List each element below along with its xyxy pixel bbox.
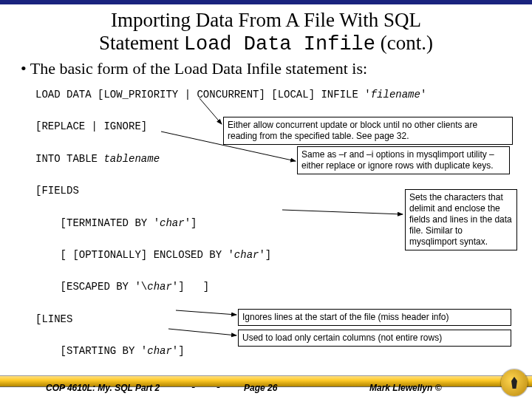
callout-concurrent-text: Either allow concurrent update or block … — [228, 120, 477, 141]
callout-ignore: Ignores lines at the start of the file (… — [238, 309, 511, 326]
syntax-l2: [REPLACE | IGNORE] — [35, 120, 147, 132]
syntax-l7b: '] ] — [172, 281, 209, 293]
callout-fields: Sets the characters that delimit and enc… — [405, 189, 517, 250]
bullet-text: • The basic form of the Load Data Infile… — [21, 59, 517, 78]
syntax-l3i: tablename — [103, 153, 160, 165]
syntax-l6b: '] — [259, 249, 271, 261]
callout-replace-text: Same as –r and –i options in mysqlimport… — [301, 149, 494, 171]
slide-title: Importing Data From A File With SQL Stat… — [30, 9, 502, 56]
syntax-l9b: '] — [172, 345, 185, 357]
top-border — [0, 0, 532, 4]
title-line1: Importing Data From A File With SQL — [111, 9, 421, 31]
footer-center: Page 26 — [244, 383, 277, 393]
syntax-l4: [FIELDS — [35, 185, 79, 197]
syntax-l5a: [TERMINATED BY ' — [35, 217, 160, 229]
syntax-l7i: char — [147, 281, 172, 293]
syntax-l5b: '] — [185, 217, 197, 229]
syntax-l7a: [ESCAPED BY '\ — [35, 281, 147, 293]
footer-right: Mark Llewellyn © — [369, 383, 442, 393]
syntax-l1a: LOAD DATA [LOW_PRIORITY | CONCURRENT] [L… — [35, 89, 371, 100]
callout-concurrent: Either allow concurrent update or block … — [223, 117, 513, 145]
syntax-l9i: char — [147, 345, 172, 357]
callout-ignore-text: Ignores lines at the start of the file (… — [242, 312, 449, 322]
logo-icon — [501, 369, 528, 396]
syntax-l9a: [STARTING BY ' — [35, 345, 147, 357]
footer-left: COP 4610L: My. SQL Part 2 — [46, 383, 160, 393]
syntax-l6i: char — [234, 249, 259, 261]
syntax-l8: [LINES — [35, 313, 72, 325]
syntax-l5i: char — [160, 217, 185, 229]
callout-fields-text: Sets the characters that delimit and enc… — [409, 192, 512, 247]
callout-columns-text: Used to load only certain columns (not e… — [242, 332, 442, 343]
syntax-l1b: ' — [420, 89, 426, 100]
title-line2b: (cont.) — [375, 32, 433, 54]
syntax-l1i: filename — [371, 89, 420, 100]
callout-columns: Used to load only certain columns (not e… — [238, 330, 511, 347]
syntax-l3a: INTO TABLE — [35, 153, 103, 165]
callout-replace: Same as –r and –i options in mysqlimport… — [297, 146, 510, 174]
bullet-label: The basic form of the Load Data Infile s… — [30, 59, 367, 78]
syntax-l6a: [ [OPTIONALLY] ENCLOSED BY ' — [35, 249, 234, 261]
title-mono: Load Data Infile — [184, 33, 375, 55]
footer: COP 4610L: My. SQL Part 2 Page 26 Mark L… — [0, 369, 532, 399]
title-line2a: Statement — [99, 32, 184, 54]
